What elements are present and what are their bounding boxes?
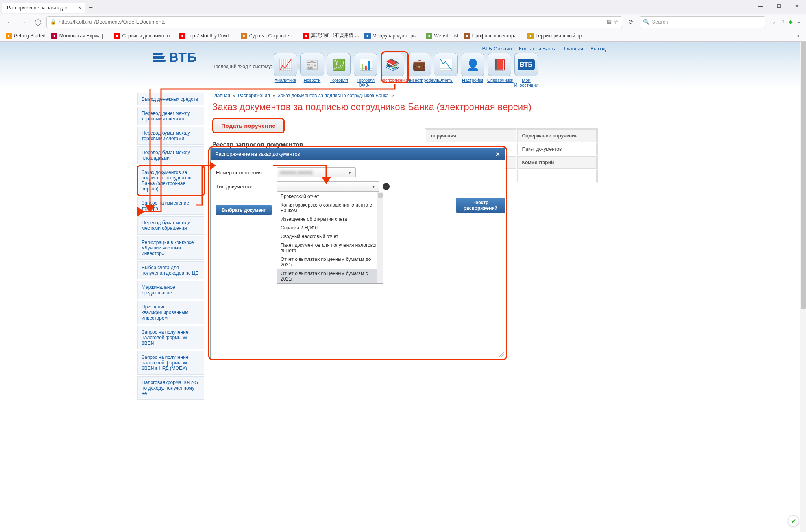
top-link[interactable]: Выход	[590, 46, 606, 52]
doctype-dropdown: Брокерский отчетКопия брокерского соглаш…	[277, 192, 383, 284]
window-close-button[interactable]: ✕	[788, 0, 806, 13]
doctype-option[interactable]: Сводный налоговый отчет	[277, 232, 383, 241]
modal-close-icon[interactable]: ✕	[495, 151, 500, 157]
select-document-button[interactable]: Выбрать документ	[216, 205, 272, 215]
url-host: https://lk.olb.ru	[59, 19, 92, 25]
agreement-label: Номер соглашения:	[216, 170, 277, 175]
bookmark-item[interactable]: ●Профиль инвестора ...	[462, 31, 524, 40]
nav-icon-Справочники[interactable]: 📕Справочники	[487, 53, 512, 87]
order-modal: Распоряжение на заказ документов ✕ Номер…	[210, 148, 505, 358]
bg-col-2: Содержание поручения	[517, 129, 597, 142]
breadcrumb-home[interactable]: Главная	[212, 93, 230, 98]
nav-icon-Распоряжения[interactable]: 📚Распоряжения	[380, 53, 405, 87]
bookmarks-bar: ●Getting Started●Московская Биржа | ...●…	[0, 30, 806, 42]
chevron-down-icon: ▾	[346, 168, 353, 177]
search-icon: 🔍	[643, 19, 649, 25]
browser-tab[interactable]: Распоряжение на заказ документо ✕	[2, 3, 85, 13]
sidebar-item[interactable]: Признание квалифицированным инвестором	[137, 301, 204, 324]
tab-title: Распоряжение на заказ документо	[7, 5, 83, 11]
nav-icon-Настройки[interactable]: 👤Настройки	[460, 53, 485, 87]
bookmark-item[interactable]: ●Московская Биржа | ...	[49, 31, 111, 40]
bookmark-item[interactable]: ●Website list	[423, 31, 460, 40]
doctype-label: Тип документа:	[216, 184, 277, 190]
remove-doctype-icon[interactable]: −	[383, 183, 390, 190]
shield-icon[interactable]: ◯	[32, 17, 43, 28]
lock-icon: 🔒	[50, 19, 56, 25]
modal-resize-handle[interactable]	[499, 352, 504, 357]
sidebar-item[interactable]: Запрос на изменение тарифа	[137, 197, 204, 215]
extension-icon-1[interactable]: ⬚	[779, 19, 784, 25]
logo-text: ВТБ	[169, 50, 197, 65]
breadcrumb-p2[interactable]: Заказ документов за подписью сотрудников…	[278, 93, 389, 98]
top-link[interactable]: Контакты Банка	[519, 46, 557, 52]
doctype-option[interactable]: Справка 2-НДФЛ	[277, 224, 383, 232]
doctype-option[interactable]: Отчет о выплатах по ценным бумагам до 20…	[277, 255, 383, 269]
dropdown-scrollbar[interactable]	[377, 192, 383, 283]
address-bar[interactable]: 🔒 https://lk.olb.ru/Documents/OrderEDocu…	[46, 16, 622, 28]
menu-icon[interactable]: ≡	[797, 19, 800, 25]
extension-icon-2[interactable]: ◆	[789, 19, 793, 25]
bookmark-item[interactable]: ●Сервисы для эмитент...	[112, 31, 176, 40]
sidebar-item[interactable]: Маржинальное кредитование	[137, 281, 204, 299]
nav-icon-Торговля ОФЗ-Н[interactable]: 📊Торговля ОФЗ-Н	[353, 53, 378, 87]
bookmark-item[interactable]: ●莫叨姐姐《不该用情 ...	[300, 31, 361, 40]
submit-order-button[interactable]: Подать поручение	[212, 118, 285, 133]
doctype-option[interactable]: Брокерский отчет	[277, 192, 383, 201]
sidebar-item[interactable]: Перевод денег между торговыми счетами	[137, 107, 204, 125]
breadcrumb: Главная » Распоряжения » Заказ документо…	[212, 93, 669, 98]
page-title: Заказ документов за подписью сотрудников…	[212, 102, 669, 113]
bookmark-item[interactable]: ●Getting Started	[3, 31, 48, 40]
nav-icon-Мои Инвестиции[interactable]: ВТБМои Инвестиции	[514, 53, 538, 87]
nav-back-button[interactable]: ←	[4, 17, 15, 28]
browser-search-box[interactable]: 🔍 Search	[640, 16, 765, 28]
agreement-select[interactable]: xxxxxxx (xxxxx) ▾	[277, 167, 356, 177]
sidebar-item[interactable]: Перевод бумаг между торговыми счетами	[137, 127, 204, 145]
search-placeholder: Search	[652, 19, 668, 25]
top-link[interactable]: Главная	[564, 46, 583, 52]
bookmark-item[interactable]: ●Международные ры...	[362, 31, 423, 40]
nav-icon-Аналитика[interactable]: 📈Аналитика	[273, 53, 298, 87]
top-link[interactable]: ВТБ-Онлайн	[482, 46, 512, 52]
modal-title: Распоряжение на заказ документов	[215, 151, 300, 157]
breadcrumb-p1[interactable]: Распоряжения	[238, 93, 270, 98]
sidebar-item[interactable]: Регистрация в конкурсе «Лучший частный и…	[137, 236, 204, 260]
nav-icon-Отчеты[interactable]: 📉Отчеты	[434, 53, 458, 87]
reader-icon[interactable]: ▤	[607, 19, 612, 25]
url-path: /Documents/OrderEDocuments	[94, 19, 166, 25]
bookmark-item[interactable]: ●Top 7 Monthly Divide...	[177, 31, 237, 40]
sidebar-item[interactable]: Перевод бумаг между площадками	[137, 146, 204, 164]
sidebar-item[interactable]: Вывод денежных средств	[137, 93, 204, 105]
sidebar-item[interactable]: Выбор счета для получения доходов по ЦБ	[137, 261, 204, 279]
doctype-select[interactable]: ▾ Брокерский отчетКопия брокерского согл…	[277, 181, 379, 192]
pocket-icon[interactable]: ◡	[770, 19, 775, 25]
annotation-modal-highlight: Распоряжение на заказ документов ✕ Номер…	[208, 146, 507, 360]
sidebar-item[interactable]: Налоговая форма 1042-S по доходу, получе…	[137, 376, 204, 400]
bookmark-star-icon[interactable]: ☆	[614, 19, 619, 25]
vtb-logo[interactable]: ВТБ	[153, 50, 197, 65]
window-minimize-button[interactable]: —	[752, 0, 770, 13]
bookmarks-overflow-icon[interactable]: »	[792, 33, 803, 39]
chevron-down-icon: ▾	[370, 182, 377, 191]
registry-button[interactable]: Реестр распоряжений	[456, 198, 505, 213]
nav-icon-Новости[interactable]: 📰Новости	[300, 53, 324, 87]
bg-col-1: поручения	[426, 129, 516, 142]
sidebar-item[interactable]: Перевод бумаг между местами обращения	[137, 216, 204, 235]
sidebar-item[interactable]: Заказ документов за подписью сотрудников…	[137, 166, 204, 195]
doctype-option[interactable]: Извещение об открытии счета	[277, 215, 383, 224]
doctype-option[interactable]: Пакет документов для получения налоговог…	[277, 241, 383, 255]
reload-button[interactable]: ⟳	[625, 17, 636, 28]
page-scrollbar[interactable]	[800, 42, 806, 532]
window-maximize-button[interactable]: ☐	[770, 0, 788, 13]
bookmark-item[interactable]: ●Cyprus - Corporate - ...	[238, 31, 300, 40]
nav-forward-button: →	[18, 17, 29, 28]
sidebar-item[interactable]: Запрос на получение налоговой формы W-8B…	[137, 326, 204, 349]
security-badge-icon[interactable]: ✔	[788, 515, 799, 526]
nav-icon-Инвестпрофиль[interactable]: 💼Инвестпрофиль	[407, 53, 431, 87]
doctype-option[interactable]: Отчет о выплатах по ценным бумагам с 202…	[277, 269, 383, 283]
doctype-option[interactable]: Копия брокерского соглашения клиента с Б…	[277, 201, 383, 215]
nav-icon-Торговля[interactable]: 💹Торговля	[327, 53, 351, 87]
new-tab-button[interactable]: +	[85, 4, 97, 12]
bookmark-item[interactable]: ●Территориальный ор...	[525, 31, 588, 40]
sidebar-item[interactable]: Запрос на получение налоговой формы W-8B…	[137, 351, 204, 375]
tab-close-icon[interactable]: ✕	[78, 5, 82, 11]
